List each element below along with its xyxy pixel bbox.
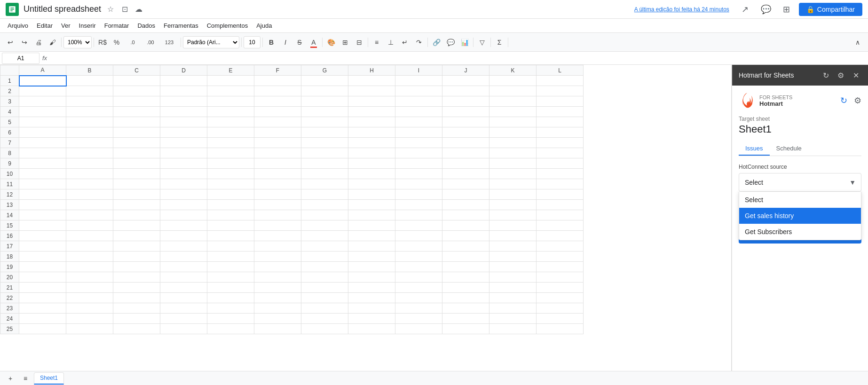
dropdown-option-select[interactable]: Select <box>739 192 861 208</box>
cell[interactable] <box>348 303 395 314</box>
cell[interactable] <box>395 303 442 314</box>
cell[interactable] <box>442 324 489 334</box>
last-edit-text[interactable]: A última edição foi feita há 24 minutos <box>634 6 729 13</box>
print-button[interactable]: 🖨 <box>32 36 45 49</box>
cell[interactable] <box>442 231 489 241</box>
cell[interactable] <box>113 251 160 262</box>
cell[interactable] <box>301 76 348 86</box>
cell[interactable] <box>66 96 113 107</box>
cell[interactable] <box>537 200 584 210</box>
cell[interactable] <box>395 189 442 200</box>
cell[interactable] <box>160 283 207 293</box>
cell[interactable] <box>395 86 442 96</box>
col-header-g[interactable]: G <box>301 65 348 76</box>
cell[interactable] <box>160 272 207 283</box>
cell[interactable] <box>395 107 442 117</box>
cell[interactable] <box>301 262 348 272</box>
cell[interactable] <box>19 169 66 179</box>
cell[interactable] <box>442 189 489 200</box>
cell[interactable] <box>537 117 584 127</box>
col-header-a[interactable]: A <box>19 65 66 76</box>
cell[interactable] <box>442 210 489 220</box>
font-size-input[interactable] <box>244 36 260 48</box>
currency-btn[interactable]: R$ <box>96 36 109 49</box>
cell[interactable] <box>160 303 207 314</box>
borders-button[interactable]: ⊞ <box>339 36 352 49</box>
cell[interactable] <box>66 241 113 251</box>
cell[interactable] <box>254 127 301 138</box>
cell[interactable] <box>19 158 66 169</box>
cell[interactable] <box>113 324 160 334</box>
cell[interactable] <box>254 231 301 241</box>
sidebar-close-icon[interactable]: ✕ <box>850 70 861 81</box>
cell[interactable] <box>160 314 207 324</box>
cell[interactable] <box>19 241 66 251</box>
cell[interactable] <box>395 231 442 241</box>
cell[interactable] <box>489 189 537 200</box>
cell[interactable] <box>207 262 254 272</box>
cell[interactable] <box>254 138 301 148</box>
cell[interactable] <box>254 324 301 334</box>
cell[interactable] <box>254 158 301 169</box>
cell[interactable] <box>19 200 66 210</box>
cell[interactable] <box>348 127 395 138</box>
cell[interactable] <box>442 272 489 283</box>
cell[interactable] <box>301 107 348 117</box>
cell[interactable] <box>395 127 442 138</box>
bold-button[interactable]: B <box>265 36 278 49</box>
refresh-button[interactable]: ↻ <box>840 95 847 106</box>
cell[interactable] <box>66 324 113 334</box>
cell[interactable] <box>66 138 113 148</box>
cell[interactable] <box>66 107 113 117</box>
cell[interactable] <box>442 241 489 251</box>
cell[interactable] <box>113 107 160 117</box>
menu-dados[interactable]: Dados <box>134 20 159 31</box>
cell[interactable] <box>489 169 537 179</box>
cell[interactable] <box>537 251 584 262</box>
cell[interactable] <box>537 210 584 220</box>
cell[interactable] <box>66 117 113 127</box>
cell[interactable] <box>160 107 207 117</box>
more-formats-btn[interactable]: 123 <box>160 36 179 49</box>
cell[interactable] <box>489 283 537 293</box>
cell[interactable] <box>207 231 254 241</box>
cell[interactable] <box>19 324 66 334</box>
dropdown-option-subscribers[interactable]: Get Subscribers <box>739 224 861 240</box>
cell[interactable] <box>254 283 301 293</box>
sheets-menu-button[interactable]: ≡ <box>19 372 32 385</box>
cell[interactable] <box>442 86 489 96</box>
cell[interactable] <box>113 86 160 96</box>
cell[interactable] <box>160 86 207 96</box>
cell[interactable] <box>537 107 584 117</box>
cell[interactable] <box>19 303 66 314</box>
cell[interactable] <box>19 293 66 303</box>
cell[interactable] <box>442 293 489 303</box>
cell[interactable] <box>113 169 160 179</box>
align-button[interactable]: ≡ <box>370 36 383 49</box>
cell[interactable] <box>442 107 489 117</box>
cell[interactable] <box>207 200 254 210</box>
col-header-l[interactable]: L <box>537 65 584 76</box>
menu-ajuda[interactable]: Ajuda <box>253 20 276 31</box>
font-select[interactable]: Padrão (Ari... <box>183 36 239 48</box>
cell[interactable] <box>537 158 584 169</box>
cell[interactable] <box>301 117 348 127</box>
cell[interactable] <box>160 324 207 334</box>
redo-button[interactable]: ↪ <box>18 36 31 49</box>
functions-button[interactable]: Σ <box>493 36 506 49</box>
cell[interactable] <box>254 200 301 210</box>
cell[interactable] <box>301 96 348 107</box>
fill-color-button[interactable]: 🎨 <box>324 36 338 49</box>
cell[interactable] <box>160 117 207 127</box>
cell[interactable] <box>19 107 66 117</box>
cell[interactable] <box>66 86 113 96</box>
cell[interactable] <box>66 283 113 293</box>
menu-editar[interactable]: Editar <box>33 20 56 31</box>
cell[interactable] <box>113 314 160 324</box>
cell[interactable] <box>537 231 584 241</box>
cell[interactable] <box>207 303 254 314</box>
cell[interactable] <box>207 251 254 262</box>
cell[interactable] <box>301 127 348 138</box>
cell[interactable] <box>395 262 442 272</box>
cell[interactable] <box>348 210 395 220</box>
